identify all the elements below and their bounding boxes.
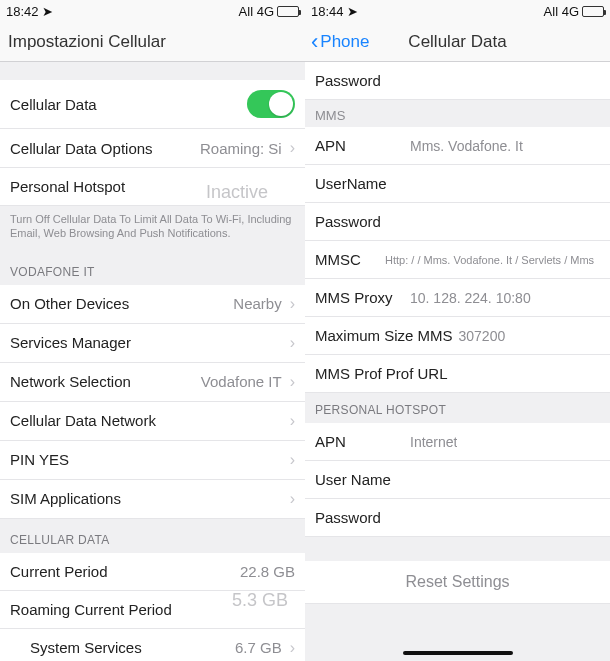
network-selection-label: Network Selection: [10, 373, 131, 390]
row-pin-yes[interactable]: PIN YES ›: [0, 441, 305, 480]
row-prof-url[interactable]: MMS Prof Prof URL: [305, 355, 610, 393]
other-devices-label: On Other Devices: [10, 295, 129, 312]
battery-icon: [277, 6, 299, 17]
row-hotspot-username[interactable]: User Name: [305, 461, 610, 499]
status-bar-right: 18:44 ➤ All 4G: [305, 0, 610, 22]
chevron-right-icon: ›: [290, 373, 295, 391]
nav-bar-left: Impostazioni Cellular: [0, 22, 305, 62]
chevron-right-icon: ›: [290, 451, 295, 469]
row-max-size[interactable]: Maximum Size MMS 307200: [305, 317, 610, 355]
row-current-period[interactable]: Current Period 22.8 GB: [0, 553, 305, 591]
system-services-label: System Services: [30, 639, 142, 656]
row-personal-hotspot[interactable]: Personal Hotspot: [0, 168, 305, 206]
time: 18:44: [311, 4, 344, 19]
home-indicator[interactable]: [403, 651, 513, 655]
row-mms-password[interactable]: Password: [305, 203, 610, 241]
chevron-right-icon: ›: [290, 490, 295, 508]
mms-proxy-label: MMS Proxy: [315, 289, 410, 306]
hotspot-apn-label: APN: [315, 433, 410, 450]
chevron-right-icon: ›: [290, 139, 295, 157]
mms-apn-value: Mms. Vodafone. It: [410, 138, 523, 154]
hotspot-apn-value: Internet: [410, 434, 457, 450]
system-services-value: 6.7 GB: [235, 639, 282, 656]
roaming-current-period-label: Roaming Current Period: [10, 601, 172, 618]
network-label: All 4G: [239, 4, 274, 19]
chevron-left-icon: ‹: [311, 29, 318, 55]
row-roaming-current-period[interactable]: Roaming Current Period: [0, 591, 305, 629]
cellular-data-network-label: Cellular Data Network: [10, 412, 156, 429]
page-title: Impostazioni Cellular: [6, 32, 166, 52]
section-header-mms: MMS: [305, 100, 610, 127]
row-network-selection[interactable]: Network Selection Vodafone IT ›: [0, 363, 305, 402]
row-mmsc[interactable]: MMSC Http: / / Mms. Vodafone. It / Servl…: [305, 241, 610, 279]
row-mms-apn[interactable]: APN Mms. Vodafone. It: [305, 127, 610, 165]
services-manager-label: Services Manager: [10, 334, 131, 351]
cellular-data-label: Cellular Data: [10, 96, 97, 113]
section-header-carrier: VODAFONE IT: [0, 251, 305, 285]
cellular-data-toggle[interactable]: [247, 90, 295, 118]
content-right: Password MMS APN Mms. Vodafone. It UserN…: [305, 62, 610, 604]
password-label: Password: [315, 72, 410, 89]
location-icon: ➤: [347, 4, 358, 19]
back-label: Phone: [320, 32, 369, 52]
other-devices-value: Nearby: [233, 295, 281, 312]
cellular-data-options-label: Cellular Data Options: [10, 140, 153, 157]
row-cellular-data-network[interactable]: Cellular Data Network ›: [0, 402, 305, 441]
row-mms-username[interactable]: UserName: [305, 165, 610, 203]
row-system-services[interactable]: System Services 6.7 GB ›: [0, 629, 305, 661]
chevron-right-icon: ›: [290, 334, 295, 352]
mms-proxy-value: 10. 128. 224. 10:80: [410, 290, 531, 306]
row-sim-applications[interactable]: SIM Applications ›: [0, 480, 305, 519]
left-screen: 18:42 ➤ All 4G Impostazioni Cellular Cel…: [0, 0, 305, 661]
network-selection-value: Vodafone IT: [201, 373, 282, 390]
status-bar-left: 18:42 ➤ All 4G: [0, 0, 305, 22]
prof-url-label: MMS Prof Prof URL: [315, 365, 448, 382]
chevron-right-icon: ›: [290, 295, 295, 313]
mmsc-label: MMSC: [315, 251, 385, 268]
sim-applications-label: SIM Applications: [10, 490, 121, 507]
row-mms-proxy[interactable]: MMS Proxy 10. 128. 224. 10:80: [305, 279, 610, 317]
row-other-devices[interactable]: On Other Devices Nearby ›: [0, 285, 305, 324]
current-period-label: Current Period: [10, 563, 108, 580]
nav-bar-right: ‹ Phone Cellular Data: [305, 22, 610, 62]
row-top-password[interactable]: Password: [305, 62, 610, 100]
hotspot-username-label: User Name: [315, 471, 410, 488]
network-label: All 4G: [544, 4, 579, 19]
footer-note: Turn Off Cellular Data To Limit All Data…: [0, 206, 305, 251]
location-icon: ➤: [42, 4, 53, 19]
cellular-data-options-value: Roaming: Si: [200, 140, 282, 157]
row-services-manager[interactable]: Services Manager ›: [0, 324, 305, 363]
mms-apn-label: APN: [315, 137, 410, 154]
mms-username-label: UserName: [315, 175, 410, 192]
pin-yes-label: PIN YES: [10, 451, 69, 468]
max-size-value: 307200: [459, 328, 506, 344]
section-header-personal-hotspot: PERSONAL HOTSPOT: [305, 393, 610, 423]
chevron-right-icon: ›: [290, 412, 295, 430]
row-cellular-data[interactable]: Cellular Data: [0, 80, 305, 129]
content-left: Cellular Data Cellular Data Options Roam…: [0, 62, 305, 661]
current-period-value: 22.8 GB: [240, 563, 295, 580]
max-size-label: Maximum Size MMS: [315, 327, 453, 344]
chevron-right-icon: ›: [290, 639, 295, 657]
mms-password-label: Password: [315, 213, 410, 230]
back-button[interactable]: ‹ Phone: [311, 29, 370, 55]
row-hotspot-password[interactable]: Password: [305, 499, 610, 537]
row-cellular-data-options[interactable]: Cellular Data Options Roaming: Si ›: [0, 129, 305, 168]
row-hotspot-apn[interactable]: APN Internet: [305, 423, 610, 461]
personal-hotspot-label: Personal Hotspot: [10, 178, 125, 195]
reset-settings-button[interactable]: Reset Settings: [305, 561, 610, 604]
time: 18:42: [6, 4, 39, 19]
right-screen: 18:44 ➤ All 4G ‹ Phone Cellular Data Pas…: [305, 0, 610, 661]
mmsc-value: Http: / / Mms. Vodafone. It / Servlets /…: [385, 254, 594, 266]
hotspot-password-label: Password: [315, 509, 410, 526]
battery-icon: [582, 6, 604, 17]
section-header-cellular-data: CELLULAR DATA: [0, 519, 305, 553]
